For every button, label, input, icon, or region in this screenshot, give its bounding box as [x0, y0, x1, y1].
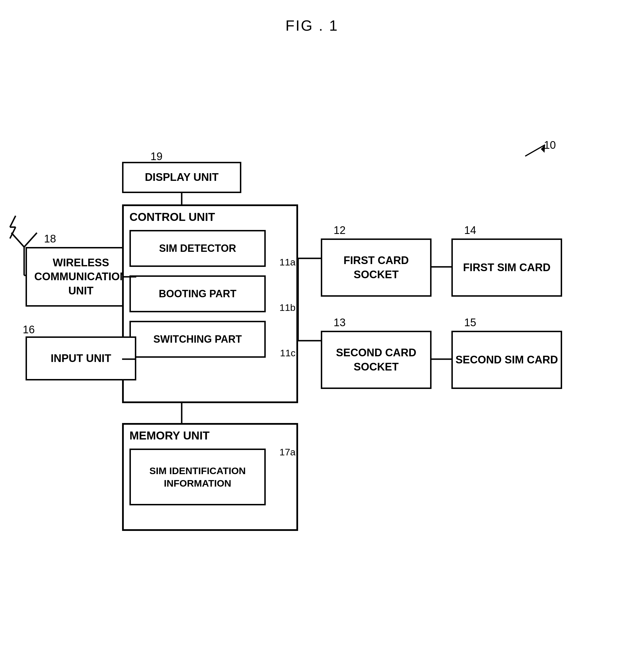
svg-line-1: [11, 233, 24, 247]
svg-line-3: [10, 216, 16, 227]
figure-title: FIG . 1: [286, 17, 339, 34]
ref-18: 18: [44, 233, 56, 245]
second-sim-card-box: SECOND SIM CARD: [451, 331, 562, 389]
input-unit-box: INPUT UNIT: [26, 336, 136, 381]
ref-19: 19: [151, 151, 162, 163]
ref-12: 12: [334, 224, 345, 236]
second-card-socket-box: SECOND CARD SOCKET: [321, 331, 432, 389]
first-card-socket-box: FIRST CARD SOCKET: [321, 238, 432, 297]
ref-15: 15: [464, 316, 476, 329]
ref-14: 14: [464, 224, 476, 236]
memory-unit-box: MEMORY UNIT SIM IDENTIFICATION INFORMATI…: [122, 423, 298, 531]
control-unit-box: CONTROL UNIT SIM DETECTOR 11a BOOTING PA…: [122, 204, 298, 403]
display-unit-box: DISPLAY UNIT: [122, 162, 241, 193]
svg-line-2: [24, 233, 37, 247]
ref-13: 13: [334, 316, 345, 329]
ref-10: 10: [544, 139, 556, 151]
svg-line-5: [10, 227, 16, 238]
svg-line-6: [525, 145, 545, 156]
ref-16: 16: [23, 324, 35, 336]
wireless-comm-box: WIRELESS COMMUNICATION UNIT: [26, 247, 136, 307]
first-sim-card-box: FIRST SIM CARD: [451, 238, 562, 297]
